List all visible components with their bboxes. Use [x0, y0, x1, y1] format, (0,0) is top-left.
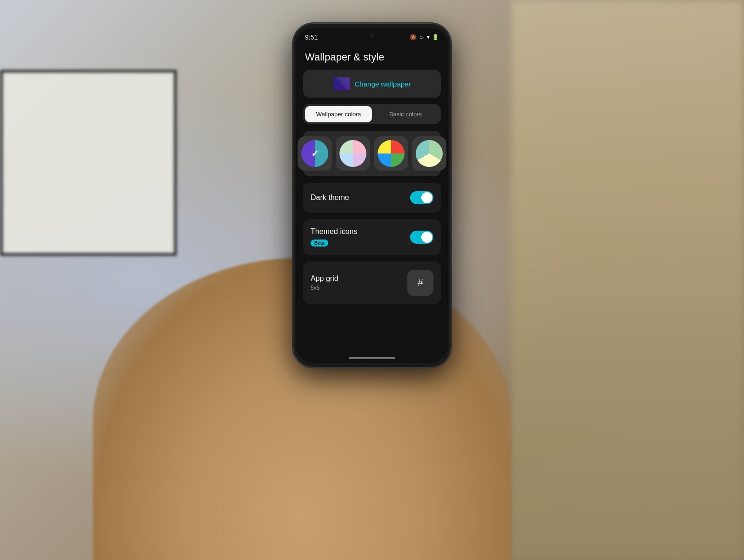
bg-shelf-right [512, 0, 744, 560]
color-swatches-container [303, 131, 441, 176]
app-grid-label: App grid [311, 274, 339, 283]
app-grid-sublabel: 5x5 [311, 285, 339, 291]
app-grid-section: App grid 5x5 # [303, 261, 441, 304]
themed-icons-left: Themed icons Beta [311, 227, 358, 247]
dark-theme-toggle[interactable] [410, 191, 433, 204]
emoji-icon: ☺ [419, 34, 425, 40]
wifi-icon: ▾ [427, 34, 430, 40]
wallpaper-preview-icon [333, 77, 350, 90]
home-indicator[interactable] [349, 357, 395, 359]
power-button[interactable] [451, 98, 451, 126]
toggle-knob [421, 192, 432, 203]
dark-theme-section: Dark theme [303, 183, 441, 213]
silent-button[interactable] [293, 84, 293, 98]
swatch-wrapper-4 [412, 136, 446, 171]
app-grid-row: App grid 5x5 # [303, 261, 441, 304]
status-time: 9:51 [305, 33, 318, 41]
app-grid-left: App grid 5x5 [311, 274, 339, 291]
hash-icon: # [418, 277, 423, 289]
color-tabs: Wallpaper colors Basic colors [303, 104, 441, 124]
color-swatch-4[interactable] [416, 140, 443, 167]
swatch-wrapper-1 [298, 136, 332, 171]
app-grid-button[interactable]: # [407, 270, 433, 296]
themed-icons-section: Themed icons Beta [303, 219, 441, 255]
color-swatch-2[interactable] [339, 140, 366, 167]
status-icons: 🔕 ☺ ▾ 🔋 [410, 34, 439, 40]
themed-icons-row: Themed icons Beta [303, 219, 441, 255]
themed-icons-label: Themed icons [311, 227, 358, 236]
screen-content: Wallpaper & style Change wallpaper Wallp… [296, 44, 448, 311]
dark-theme-row: Dark theme [303, 183, 441, 213]
themed-icons-toggle[interactable] [410, 231, 433, 244]
color-swatch-3[interactable] [378, 140, 405, 167]
color-swatch-1[interactable] [301, 140, 328, 167]
phone-screen: 9:51 🔕 ☺ ▾ 🔋 Wallpaper & style Change wa… [296, 28, 448, 363]
change-wallpaper-label: Change wallpaper [355, 80, 411, 88]
swatch-wrapper-2 [336, 136, 370, 171]
phone-frame: 9:51 🔕 ☺ ▾ 🔋 Wallpaper & style Change wa… [293, 23, 451, 367]
dark-theme-label: Dark theme [311, 193, 349, 202]
volume-up-button[interactable] [293, 105, 293, 128]
alarm-icon: 🔕 [410, 34, 417, 40]
beta-badge: Beta [311, 240, 328, 247]
bg-shelf-left [0, 70, 177, 256]
battery-icon: 🔋 [432, 34, 439, 40]
themed-icons-toggle-knob [421, 232, 432, 243]
tab-basic-colors[interactable]: Basic colors [372, 106, 439, 122]
dark-theme-left: Dark theme [311, 193, 349, 202]
page-title: Wallpaper & style [303, 44, 441, 70]
tab-wallpaper-colors[interactable]: Wallpaper colors [305, 106, 372, 122]
camera-notch [369, 33, 375, 38]
swatch-wrapper-3 [374, 136, 408, 171]
change-wallpaper-button[interactable]: Change wallpaper [303, 70, 441, 98]
volume-down-button[interactable] [293, 133, 293, 156]
